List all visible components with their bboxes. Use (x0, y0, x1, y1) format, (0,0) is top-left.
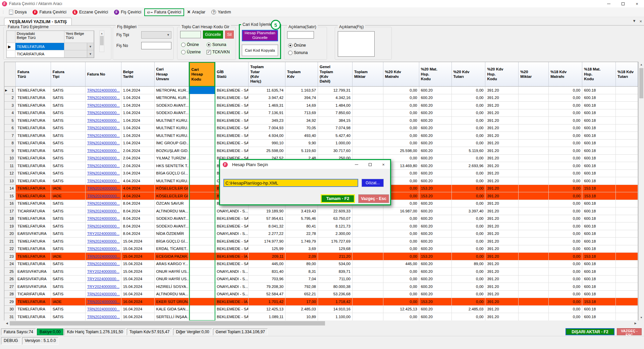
aciklama-fis-textarea[interactable] (338, 31, 375, 57)
fatura-no-link[interactable]: TRY2024000000... (87, 285, 119, 289)
hesap-plani-path-input[interactable]: C:\HesapPlan\logo-hp.XML (223, 179, 358, 187)
belge-turu-row[interactable]: ▶ TEMELFATURA ▼ (7, 43, 94, 50)
scroll-right-icon[interactable]: ▶ (633, 320, 638, 326)
row-header[interactable]: 5 (4, 117, 16, 124)
row-header[interactable]: 2 (4, 94, 16, 102)
table-row[interactable]: 4TEMELFATURASATISTRN2024000000...1.04.20… (4, 109, 638, 117)
column-header[interactable]: Toplam Kdv (285, 62, 318, 87)
row-header[interactable]: 8 (4, 140, 16, 147)
row-header[interactable]: 22 (4, 245, 16, 253)
row-header[interactable]: 13 (4, 177, 16, 185)
fatura-no-link[interactable]: TRN2024000000... (87, 164, 120, 168)
vertical-scrollbar[interactable]: ▲ ▼ (638, 62, 644, 320)
dialog-minimize-button[interactable] (350, 160, 363, 169)
row-header[interactable]: 28 (4, 291, 16, 298)
row-header[interactable]: 26 (4, 276, 16, 283)
row-header[interactable]: 20 (4, 230, 16, 238)
fatura-no-link[interactable]: TRY2024000000... (87, 277, 119, 281)
radio-sonuna[interactable]: Sonuna (287, 50, 309, 55)
maximize-button[interactable] (616, 0, 630, 7)
row-header[interactable]: 4 (4, 109, 16, 117)
column-header[interactable]: %18 Kdv Tutarı (616, 62, 638, 87)
menu-item-fatura-evirici[interactable]: ℮–Fatura Çevirici (144, 8, 184, 16)
row-header[interactable]: 15 (4, 192, 16, 200)
table-row[interactable]: 19TEMELFATURASATISTRN2024000000...8.04.2… (4, 222, 638, 230)
belge-turu-row[interactable]: TICARIFATURA ▼ (7, 50, 94, 58)
scrollbar-thumb[interactable] (639, 68, 643, 98)
disari-aktar-button[interactable]: DIŞARI AKTAR - F2 (566, 328, 614, 335)
cari-kod-kopyala-button[interactable]: Cari Kod Kopyala (242, 45, 278, 56)
row-header[interactable]: 27 (4, 283, 16, 291)
dialog-maximize-button[interactable] (363, 160, 377, 169)
vazgec-esc-dialog-button[interactable]: Vazgeç - Esc (358, 194, 389, 203)
fatura-no-link[interactable]: TRN2024000000... (87, 171, 120, 175)
menu-item-yard-m[interactable]: ?Yardım (208, 9, 234, 15)
row-header[interactable]: 17 (4, 207, 16, 215)
column-header[interactable]: Fatura Tipi (51, 62, 86, 87)
toplu-kod-input[interactable] (180, 31, 201, 38)
column-header[interactable]: %20 Kdv Tutarı (452, 62, 486, 87)
scroll-up-icon[interactable]: ▲ (639, 62, 644, 67)
column-header[interactable]: %20 Kdv Matrahı (383, 62, 419, 87)
table-row[interactable]: 30TEMELFATURASATISTRN2024000000...16.04.… (4, 306, 638, 313)
table-row[interactable]: 8TEMELFATURASATISTRN2024000000...1.04.20… (4, 140, 638, 147)
close-button[interactable]: × (630, 0, 644, 7)
table-row[interactable]: 24TEMELFATURASATISTRN2024000000...15.04.… (4, 260, 638, 268)
fatura-no-link[interactable]: TRN2024000000... (87, 201, 120, 205)
menu-item-fatura-evirici[interactable]: FFatura Çevirici (30, 9, 69, 16)
fatura-no-link[interactable]: TRN2024000000... (87, 118, 120, 122)
column-header[interactable]: Cari Hesap Kodu (189, 62, 215, 87)
table-row[interactable]: 20EARSIVFATURASATISTRY2024000000...8.04.… (4, 230, 638, 238)
row-header[interactable]: 23 (4, 253, 16, 260)
scroll-down-icon[interactable]: ▼ (639, 315, 644, 320)
column-header[interactable]: Belge Tarihi (121, 62, 155, 87)
row-header[interactable]: 9 (4, 147, 16, 155)
fatura-no-link[interactable]: TRN2024000000... (87, 300, 120, 304)
fatura-no-link[interactable]: TRN2024000000... (87, 307, 120, 311)
dialog-title-bar[interactable]: F Hesap Planı Seçin × (220, 160, 390, 169)
column-header[interactable]: %20 Kdv Hsp. Kodu (485, 62, 519, 87)
fatura-no-link[interactable]: TRN2024000000... (87, 315, 120, 319)
table-row[interactable]: 17TICARIFATURASATISTRN2024000000...8.04.… (4, 207, 638, 215)
table-row[interactable]: 2TEMELFATURASATISTRN2024000000...1.04.20… (4, 94, 638, 102)
row-header[interactable]: 16 (4, 200, 16, 208)
table-row[interactable]: 22TEMELFATURASATISTRN2024000000...15.04.… (4, 245, 638, 253)
fatura-no-link[interactable]: TRN2024000000... (87, 111, 120, 115)
row-header[interactable]: 18 (4, 215, 16, 223)
corner-header-cell[interactable] (4, 62, 16, 87)
guncelle-button[interactable]: Güncelle (203, 31, 223, 39)
fatura-no-link[interactable]: TRN2024000000... (87, 186, 120, 190)
row-header[interactable]: 25 (4, 268, 16, 276)
fatura-no-link[interactable]: TRN2024000000... (87, 96, 120, 100)
radio-sonuna[interactable]: Sonuna (206, 42, 227, 47)
column-header[interactable]: GİB Statü (215, 62, 249, 87)
column-header[interactable]: Cari Hesap Unvanı (155, 62, 189, 87)
row-header[interactable]: 11 (4, 162, 16, 170)
row-header[interactable]: 30 (4, 306, 16, 313)
sil-button[interactable]: Sil (225, 31, 234, 39)
radio-onune[interactable]: Önüne (287, 43, 307, 48)
table-row[interactable]: 9TEMELFATURASATISTRN2024000000...2.04.20… (4, 147, 638, 155)
tamam-f2-button[interactable]: Tamam - F2 (321, 194, 355, 203)
gozat-button[interactable]: Gözat... (362, 179, 384, 187)
minimize-button[interactable] (602, 0, 616, 7)
menu-item-eczane-evirici[interactable]: EEczane Çevirici (69, 9, 111, 16)
fatura-no-link[interactable]: TRN2024000000... (87, 149, 120, 153)
fatura-no-link[interactable]: TRN2024000000... (87, 216, 120, 220)
fatura-no-link[interactable]: TRN2024000000... (87, 103, 120, 107)
chevron-down-icon[interactable]: ▼ (87, 43, 94, 50)
row-header[interactable]: ▶1 (4, 87, 16, 94)
aciklama-satir-input[interactable] (287, 31, 314, 39)
row-header[interactable]: 24 (4, 260, 16, 268)
row-header[interactable]: 7 (4, 132, 16, 140)
fis-tipi-combo[interactable]: ▼ (141, 31, 171, 39)
fatura-no-link[interactable]: TRN2024000000... (87, 134, 120, 138)
row-header[interactable]: 10 (4, 155, 16, 162)
fatura-no-link[interactable]: TRN2024000000... (87, 292, 120, 296)
fatura-no-link[interactable]: TRN2024000000... (87, 88, 120, 92)
table-row[interactable]: 25EARSIVFATURASATISTRY2024000000...15.04… (4, 268, 638, 276)
table-row[interactable]: 27EARSIVFATURASATISTRY2024000000...15.04… (4, 283, 638, 291)
dosyadaki-belge-turu-cell[interactable]: TEMELFATURA (15, 43, 64, 50)
row-header[interactable]: 12 (4, 170, 16, 178)
tab-list-dropdown-icon[interactable]: ▼ (633, 19, 636, 24)
